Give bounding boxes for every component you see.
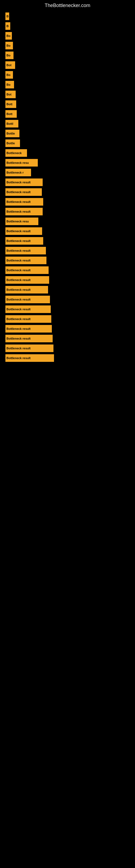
bar-item: Bott (5, 110, 17, 118)
bar-label: Bottleneck result (6, 347, 31, 350)
bar-item: Bot (5, 61, 15, 69)
bar-item: Bottleneck result (5, 354, 54, 362)
bar-label: Bottleneck result (6, 337, 31, 340)
bar-label: Bottleneck result (6, 190, 31, 194)
bar-label: Bottle (6, 142, 15, 145)
bar-label: B (6, 14, 9, 18)
bar-label: Bottleneck result (6, 278, 31, 282)
bar-row: Bottleneck result (5, 179, 130, 186)
bar-label: Bottl (6, 122, 13, 125)
bar-label: Bot (6, 63, 11, 67)
bar-label: Bo (6, 83, 10, 86)
bar-label: Bottleneck result (6, 356, 31, 360)
bar-row: Bottleneck result (5, 198, 130, 206)
bar-item: Bottleneck result (5, 296, 50, 303)
bar-item: Bottleneck result (5, 208, 43, 215)
bar-label: Bottleneck result (6, 239, 31, 243)
bar-item: Bottleneck result (5, 179, 43, 186)
bar-item: Bo (5, 71, 13, 79)
bar-row: B (5, 12, 130, 20)
bar-item: Bottleneck result (5, 315, 51, 323)
bar-row: Bot (5, 91, 130, 98)
bars-container: BBBoBoBoBotBoBoBotBottBottBottlBottleBot… (0, 10, 135, 367)
bar-item: Bo (5, 52, 13, 59)
bar-label: Bottleneck result (6, 181, 31, 184)
bar-item: Bottle (5, 140, 20, 147)
bar-label: Bottleneck result (6, 327, 31, 330)
bar-item: Bo (5, 32, 12, 40)
bar-label: B (6, 24, 9, 28)
bar-row: Bottle (5, 140, 130, 147)
bar-label: Bottleneck (6, 151, 21, 155)
bar-label: Bot (6, 93, 11, 96)
bar-row: Bottleneck result (5, 237, 130, 245)
bar-row: Bottleneck result (5, 276, 130, 284)
bar-row: Bottleneck result (5, 354, 130, 362)
bar-item: Bottleneck result (5, 247, 46, 254)
bar-label: Bottleneck result (6, 229, 31, 233)
bar-label: Bottleneck resu (6, 161, 29, 164)
bar-row: Bottleneck resu (5, 159, 130, 166)
bar-row: Bottleneck result (5, 188, 130, 196)
bar-row: Bottleneck result (5, 208, 130, 215)
bar-row: Bottleneck result (5, 325, 130, 333)
bar-row: Bo (5, 52, 130, 59)
bar-row: Bo (5, 71, 130, 79)
bar-row: Bottleneck result (5, 257, 130, 264)
bar-label: Bottle (6, 132, 15, 135)
bar-item: Bottle (5, 130, 19, 137)
bar-label: Bo (6, 73, 10, 76)
bar-item: Bottl (5, 120, 18, 127)
bar-row: Bottleneck result (5, 247, 130, 254)
bar-item: Bottleneck (5, 149, 27, 157)
bar-label: Bottleneck result (6, 298, 31, 301)
bar-row: Bottleneck result (5, 335, 130, 342)
bar-row: Bottleneck result (5, 296, 130, 303)
bar-item: Bott (5, 100, 16, 108)
bar-row: Bottleneck r (5, 169, 130, 176)
bar-item: Bottleneck resu (5, 159, 38, 166)
bar-item: Bo (5, 81, 14, 88)
bar-item: Bottleneck result (5, 257, 46, 264)
bar-row: Bottleneck result (5, 305, 130, 313)
bar-item: Bottleneck result (5, 305, 51, 313)
bar-item: B (5, 22, 10, 30)
bar-item: B (5, 12, 9, 20)
bar-label: Bo (6, 44, 10, 47)
bar-row: Bottleneck result (5, 344, 130, 352)
bar-label: Bottleneck result (6, 269, 31, 272)
bar-item: Bottleneck result (5, 237, 43, 245)
bar-row: Bottleneck result (5, 286, 130, 293)
bar-row: Bo (5, 42, 130, 50)
bar-item: Bo (5, 42, 13, 50)
bar-label: Bo (6, 34, 10, 37)
bar-item: Bottleneck resu (5, 218, 38, 225)
bar-item: Bottleneck result (5, 198, 43, 206)
bar-row: Bo (5, 81, 130, 88)
bar-row: Bottleneck result (5, 315, 130, 323)
bar-label: Bottleneck r (6, 171, 24, 174)
bar-label: Bott (6, 102, 12, 106)
bar-row: Bottleneck resu (5, 218, 130, 225)
bar-label: Bottleneck result (6, 259, 31, 262)
bar-item: Bottleneck r (5, 169, 31, 176)
bar-row: Bot (5, 61, 130, 69)
bar-label: Bottleneck result (6, 200, 31, 204)
site-title-text: TheBottlenecker.com (0, 0, 135, 10)
bar-item: Bot (5, 91, 16, 98)
bar-item: Bottleneck result (5, 188, 42, 196)
bar-item: Bottleneck result (5, 335, 53, 342)
bar-row: B (5, 22, 130, 30)
bar-label: Bottleneck result (6, 288, 31, 291)
bar-row: Bo (5, 32, 130, 40)
bar-row: Bott (5, 110, 130, 118)
bar-row: Bottl (5, 120, 130, 127)
bar-item: Bottleneck result (5, 286, 48, 293)
bar-row: Bottle (5, 130, 130, 137)
bar-label: Bottleneck result (6, 249, 31, 252)
bar-label: Bottleneck resu (6, 220, 29, 223)
bar-label: Bottleneck result (6, 317, 31, 321)
bar-row: Bottleneck result (5, 267, 130, 274)
bar-item: Bottleneck result (5, 276, 49, 284)
bar-label: Bottleneck result (6, 210, 31, 213)
